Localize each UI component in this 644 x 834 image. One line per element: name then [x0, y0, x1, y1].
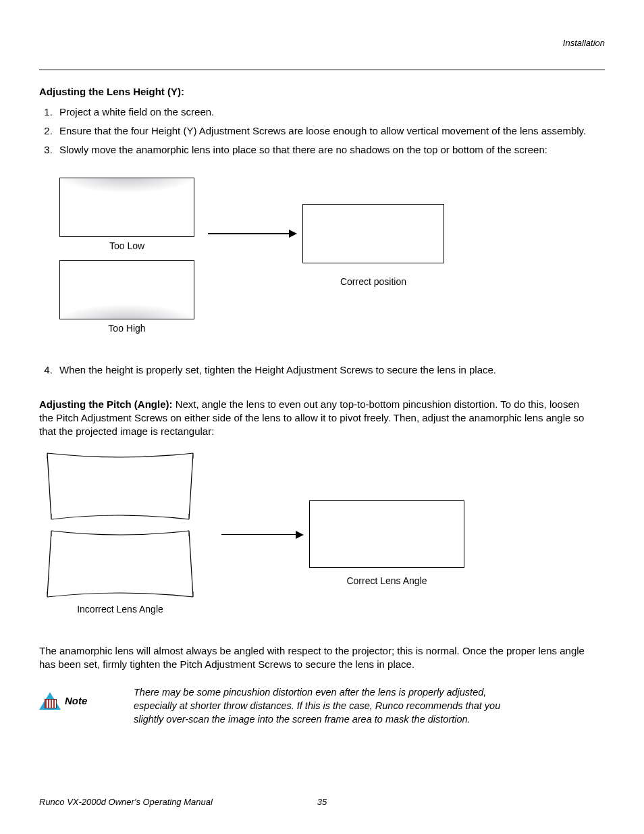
warning-icon — [39, 692, 61, 710]
section-pitch-title: Adjusting the Pitch (Angle): — [39, 398, 176, 410]
header-rule — [39, 70, 605, 70]
section-height-title: Adjusting the Lens Height (Y): — [39, 85, 605, 99]
arrow-icon — [208, 233, 296, 234]
list-item: Ensure that the four Height (Y) Adjustme… — [55, 124, 589, 138]
correct-label: Correct position — [302, 276, 444, 288]
manual-title: Runco VX-2000d Owner's Operating Manual — [39, 797, 213, 807]
too-low-rect — [59, 178, 194, 237]
correct-angle-rect — [309, 500, 464, 568]
note-label: Note — [65, 694, 87, 708]
note-text: There may be some pincushion distortion … — [134, 685, 525, 727]
pitch-diagram: Incorrect Lens Angle Correct Lens Angle — [46, 452, 605, 624]
page-number: 35 — [317, 796, 327, 808]
list-item: Project a white field on the screen. — [55, 105, 589, 119]
pitch-paragraph: Adjusting the Pitch (Angle): Next, angle… — [39, 398, 586, 439]
too-high-label: Too High — [108, 322, 145, 335]
list-item: Slowly move the anamorphic lens into pla… — [55, 143, 589, 157]
steps-list-2: When the height is properly set, tighten… — [39, 363, 605, 377]
note-icon-wrap: Note — [39, 685, 120, 710]
chapter-header: Installation — [39, 37, 605, 49]
arrow-icon — [221, 534, 302, 536]
correct-rect — [302, 204, 444, 263]
too-low-label: Too Low — [109, 240, 144, 253]
pincushion-top — [46, 452, 194, 523]
pincushion-bottom — [46, 529, 194, 600]
too-high-rect — [59, 260, 194, 319]
pitch-after-paragraph: The anamorphic lens will almost always b… — [39, 644, 586, 672]
note-block: Note There may be some pincushion distor… — [39, 685, 525, 727]
page-footer: Runco VX-2000d Owner's Operating Manual … — [39, 796, 605, 808]
incorrect-angle-label: Incorrect Lens Angle — [77, 603, 163, 616]
steps-list-1: Project a white field on the screen. Ens… — [39, 105, 605, 157]
correct-angle-label: Correct Lens Angle — [309, 575, 464, 588]
height-diagram: Too Low Too High Correct position — [59, 178, 605, 344]
list-item: When the height is properly set, tighten… — [55, 363, 589, 377]
